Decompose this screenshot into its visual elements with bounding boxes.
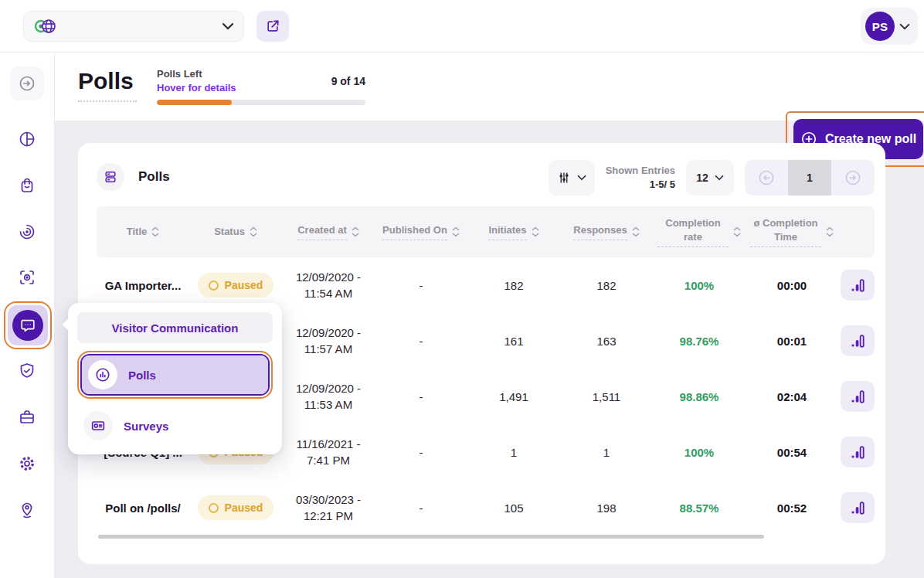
sort-icon: [632, 226, 640, 237]
cell-completion-time: 00:54: [746, 446, 838, 459]
sort-icon: [452, 226, 460, 237]
table-row[interactable]: Poll on /polls/Paused03/30/2023 -12:21 P…: [97, 480, 875, 536]
column-header[interactable]: Initiates: [467, 223, 560, 240]
status-dot-icon: [209, 280, 219, 291]
column-header[interactable]: Created at: [282, 223, 375, 240]
sort-icon: [250, 226, 257, 237]
card-title: Polls: [138, 169, 170, 185]
cell-responses: 182: [560, 279, 653, 292]
sidebar-item-bag[interactable]: [10, 168, 44, 202]
sort-icon: [826, 226, 834, 237]
polls-left-widget: Polls Left Hover for details 9 of 14: [157, 68, 365, 105]
sidebar-collapse-toggle[interactable]: [10, 66, 44, 100]
cell-completion-rate: 88.57%: [653, 502, 746, 515]
cell-initiates: 182: [467, 279, 560, 292]
cell-published-on: -: [375, 279, 467, 292]
sidebar-item-funnel[interactable]: [10, 215, 44, 249]
column-header[interactable]: ø Completion Time: [746, 216, 838, 246]
column-header[interactable]: Completion rate: [653, 216, 746, 246]
bar-chart-icon: [849, 444, 866, 461]
account-menu[interactable]: PS: [861, 8, 918, 45]
location-pin-icon: [18, 501, 36, 519]
next-page-button[interactable]: [831, 160, 875, 196]
funnel-swirl-icon: [18, 223, 36, 241]
pagination: 1: [745, 160, 875, 196]
cell-completion-time: 00:00: [746, 279, 838, 292]
cell-status: Paused: [189, 495, 282, 520]
cell-completion-time: 00:01: [746, 335, 838, 348]
sidebar-item-dashboard[interactable]: [10, 122, 44, 156]
site-selector-dropdown[interactable]: [23, 11, 244, 42]
sidebar-item-recordings[interactable]: [10, 260, 44, 294]
filter-button[interactable]: [549, 160, 595, 196]
cell-responses: 1: [560, 446, 653, 459]
horizontal-scrollbar[interactable]: [98, 535, 764, 539]
gear-icon: [18, 454, 36, 473]
menu-item-surveys-label: Surveys: [124, 420, 168, 433]
cell-created-at: 11/16/2021 -7:41 PM: [282, 436, 375, 468]
column-header[interactable]: Status: [189, 225, 282, 239]
stack-list-icon: [97, 163, 124, 191]
bar-chart-icon: [849, 277, 866, 294]
cell-published-on: -: [375, 446, 467, 459]
chevron-down-icon: [577, 175, 586, 181]
sidebar-item-location[interactable]: [10, 493, 44, 527]
sliders-icon: [557, 171, 571, 185]
sidebar-item-briefcase[interactable]: [10, 400, 44, 434]
status-dot-icon: [209, 503, 219, 513]
menu-item-surveys[interactable]: Surveys: [77, 406, 273, 445]
polls-quota-count: 9 of 14: [331, 75, 365, 87]
prev-page-button[interactable]: [745, 160, 788, 196]
column-header[interactable]: Responses: [560, 223, 653, 240]
briefcase-icon: [18, 408, 36, 427]
sort-icon: [532, 226, 539, 237]
cell-status: Paused: [189, 273, 282, 298]
sidebar-item-settings[interactable]: [10, 447, 44, 481]
open-site-button[interactable]: [256, 11, 289, 42]
view-results-button[interactable]: [841, 270, 875, 301]
arrow-left-circle-icon: [757, 168, 776, 187]
cell-title: Poll on /polls/: [97, 502, 189, 515]
view-results-button[interactable]: [841, 492, 875, 523]
status-badge: Paused: [198, 495, 274, 520]
cell-responses: 163: [560, 335, 653, 348]
cell-completion-rate: 98.76%: [653, 335, 746, 348]
view-results-button[interactable]: [841, 325, 875, 356]
current-page[interactable]: 1: [788, 160, 831, 196]
page-header: Polls Polls Left Hover for details 9 of …: [55, 53, 924, 121]
shown-entries-label: Shown Entries: [606, 164, 675, 178]
sidebar: [0, 53, 55, 578]
chevron-down-icon: [715, 175, 724, 181]
shown-entries-value: 1-5/ 5: [606, 178, 675, 192]
view-results-button[interactable]: [841, 437, 875, 468]
polls-progress-fill: [157, 100, 232, 105]
avatar: PS: [865, 12, 895, 41]
cell-created-at: 12/09/2020 -11:53 AM: [282, 380, 375, 413]
column-header[interactable]: Published On: [375, 223, 467, 240]
cell-completion-rate: 100%: [653, 446, 746, 459]
sort-icon: [151, 226, 159, 237]
page-size-select[interactable]: 12: [686, 160, 734, 196]
cell-responses: 198: [560, 502, 653, 515]
cell-created-at: 12/09/2020 -11:54 AM: [282, 269, 375, 301]
cell-completion-time: 02:04: [746, 390, 838, 403]
cell-responses: 1,511: [560, 390, 653, 403]
sidebar-item-shield[interactable]: [10, 354, 44, 388]
page-size-value: 12: [696, 172, 708, 184]
sort-icon: [733, 226, 741, 237]
menu-item-polls[interactable]: Polls: [82, 355, 268, 394]
app-root: PS: [0, 0, 924, 578]
column-header[interactable]: Title: [97, 225, 189, 239]
cell-initiates: 1,491: [467, 390, 560, 403]
cell-created-at: 03/30/2023 -12:21 PM: [282, 491, 375, 524]
collapse-toggle-icon: [18, 74, 36, 93]
bar-chart-icon: [849, 499, 866, 516]
bar-chart-icon: [849, 388, 866, 405]
chevron-down-icon: [222, 22, 234, 30]
arrow-right-circle-icon: [844, 168, 862, 187]
cell-initiates: 161: [467, 335, 560, 348]
bar-chart-icon: [849, 332, 866, 349]
cell-title: GA Importer...: [97, 279, 189, 292]
sidebar-item-visitor-communication[interactable]: [8, 305, 48, 345]
view-results-button[interactable]: [841, 381, 875, 412]
